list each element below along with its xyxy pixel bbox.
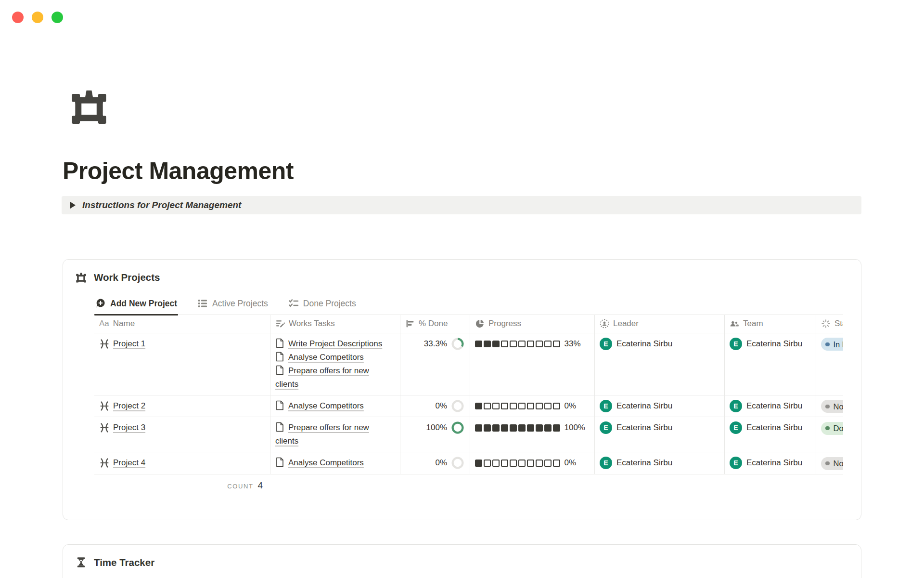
status-dot-icon bbox=[825, 426, 830, 431]
pct-done-ring bbox=[451, 421, 464, 434]
team-name: Ecaterina Sirbu bbox=[746, 456, 802, 470]
task-item: Prepare offers for new clients bbox=[275, 421, 394, 448]
progress-cell[interactable]: 100% bbox=[470, 417, 595, 452]
task-link[interactable]: Analyse Competitors bbox=[288, 401, 364, 410]
status-badge: Not Started bbox=[821, 457, 843, 470]
instructions-toggle[interactable]: Instructions for Project Management bbox=[62, 196, 861, 214]
tab-done-projects[interactable]: Done Projects bbox=[287, 298, 357, 315]
pct-done-cell[interactable]: 33.3% bbox=[400, 333, 470, 395]
leader-cell[interactable]: EEcaterina Sirbu bbox=[595, 452, 725, 473]
project-page-icon bbox=[99, 400, 110, 412]
column-header-pct-done[interactable]: % Done bbox=[400, 315, 470, 333]
pct-done-ring bbox=[451, 338, 464, 350]
avatar: E bbox=[600, 421, 612, 434]
tab-label: Active Projects bbox=[212, 299, 268, 309]
works-tasks-cell[interactable]: Prepare offers for new clients bbox=[270, 417, 400, 452]
task-link[interactable]: Analyse Competitors bbox=[288, 458, 364, 467]
status-cell[interactable]: Not Started bbox=[816, 395, 843, 417]
view-tabs: Add New Project Active Projects Done Pro… bbox=[94, 294, 843, 315]
progress-cell[interactable]: 0% bbox=[470, 395, 595, 417]
notion-page: { "window": { "controls": [ {"name": "cl… bbox=[0, 0, 924, 578]
column-header-team[interactable]: Team bbox=[725, 315, 816, 333]
progress-cell[interactable]: 33% bbox=[470, 333, 595, 395]
work-projects-card: Work Projects Add New Project Active bbox=[63, 259, 861, 520]
task-link[interactable]: Prepare offers for new clients bbox=[275, 423, 369, 446]
task-link[interactable]: Write Project Descriptions bbox=[288, 339, 382, 348]
column-header-name[interactable]: Aa Name bbox=[94, 315, 270, 333]
progress-value: 0% bbox=[565, 399, 577, 413]
work-projects-header: Work Projects bbox=[75, 271, 160, 283]
project-link[interactable]: Project 1 bbox=[113, 337, 145, 351]
name-cell[interactable]: Project 4 bbox=[94, 452, 270, 473]
name-cell[interactable]: Project 1 bbox=[94, 333, 270, 395]
progress-bar bbox=[475, 337, 560, 351]
avatar: E bbox=[600, 400, 612, 412]
window-controls bbox=[12, 12, 63, 23]
avatar: E bbox=[730, 421, 742, 434]
column-header-works-tasks[interactable]: Works Tasks bbox=[270, 315, 400, 333]
project-link[interactable]: Project 2 bbox=[113, 399, 145, 413]
team-cell[interactable]: EEcaterina Sirbu bbox=[725, 417, 816, 452]
pct-done-cell[interactable]: 0% bbox=[400, 452, 470, 473]
pie-chart-icon bbox=[475, 319, 485, 328]
works-tasks-cell[interactable]: Analyse Competitors bbox=[270, 395, 400, 417]
task-item: Analyse Competitors bbox=[275, 456, 394, 470]
table-row: Project 3 Prepare offers for new clients… bbox=[94, 417, 843, 452]
avatar: E bbox=[600, 338, 612, 350]
team-cell[interactable]: EEcaterina Sirbu bbox=[725, 333, 816, 395]
team-cell[interactable]: EEcaterina Sirbu bbox=[725, 452, 816, 473]
project-link[interactable]: Project 3 bbox=[113, 421, 145, 434]
pct-done-cell[interactable]: 0% bbox=[400, 395, 470, 417]
section-title: Time Tracker bbox=[94, 557, 154, 568]
leader-cell[interactable]: EEcaterina Sirbu bbox=[595, 333, 725, 395]
column-header-progress[interactable]: Progress bbox=[470, 315, 595, 333]
works-tasks-cell[interactable]: Analyse Competitors bbox=[270, 452, 400, 473]
zoom-window-icon[interactable] bbox=[51, 12, 63, 23]
team-name: Ecaterina Sirbu bbox=[746, 399, 802, 413]
tab-add-new-project[interactable]: Add New Project bbox=[94, 298, 178, 315]
person-dashed-icon bbox=[600, 319, 609, 328]
task-link[interactable]: Analyse Competitors bbox=[288, 353, 364, 362]
task-link[interactable]: Prepare offers for new clients bbox=[275, 366, 369, 389]
table-row: Project 2 Analyse Competitors 0% 0% EEca… bbox=[94, 395, 843, 417]
avatar: E bbox=[600, 457, 612, 469]
works-tasks-cell[interactable]: Write Project DescriptionsAnalyse Compet… bbox=[270, 333, 400, 395]
project-link[interactable]: Project 4 bbox=[113, 456, 145, 470]
project-page-icon bbox=[99, 338, 110, 350]
status-badge: Done bbox=[821, 422, 843, 435]
hourglass-icon bbox=[75, 556, 87, 568]
status-dot-icon bbox=[825, 461, 830, 466]
bulleted-list-icon bbox=[197, 298, 208, 309]
progress-cell[interactable]: 0% bbox=[470, 452, 595, 473]
project-page-icon bbox=[99, 422, 110, 434]
leader-name: Ecaterina Sirbu bbox=[616, 456, 672, 470]
frame-icon bbox=[75, 271, 87, 283]
status-label: In Progress bbox=[834, 338, 844, 351]
status-cell[interactable]: In Progress bbox=[816, 333, 843, 395]
column-header-status[interactable]: Status bbox=[816, 315, 843, 333]
team-cell[interactable]: EEcaterina Sirbu bbox=[725, 395, 816, 417]
column-header-leader[interactable]: Leader bbox=[595, 315, 725, 333]
task-item: Analyse Competitors bbox=[275, 351, 394, 364]
name-cell[interactable]: Project 2 bbox=[94, 395, 270, 417]
page-frame-icon[interactable] bbox=[68, 85, 110, 126]
status-cell[interactable]: Not Started bbox=[816, 452, 843, 473]
minimize-window-icon[interactable] bbox=[32, 12, 43, 23]
table-row: Project 1 Write Project DescriptionsAnal… bbox=[94, 333, 843, 395]
leader-cell[interactable]: EEcaterina Sirbu bbox=[595, 417, 725, 452]
pct-done-ring bbox=[451, 400, 464, 412]
status-cell[interactable]: Done bbox=[816, 417, 843, 452]
count-calculation[interactable]: COUNT4 bbox=[94, 480, 270, 491]
instructions-toggle-label: Instructions for Project Management bbox=[82, 200, 241, 210]
close-window-icon[interactable] bbox=[12, 12, 24, 23]
leader-name: Ecaterina Sirbu bbox=[616, 421, 672, 434]
tab-active-projects[interactable]: Active Projects bbox=[196, 298, 269, 315]
projects-table: Aa Name Works Tasks bbox=[94, 315, 843, 491]
progress-bar bbox=[475, 399, 560, 413]
leader-cell[interactable]: EEcaterina Sirbu bbox=[595, 395, 725, 417]
checklist-icon bbox=[288, 298, 299, 309]
name-cell[interactable]: Project 3 bbox=[94, 417, 270, 452]
pct-done-value: 100% bbox=[426, 421, 447, 434]
pct-done-cell[interactable]: 100% bbox=[400, 417, 470, 452]
task-item: Analyse Competitors bbox=[275, 399, 394, 413]
